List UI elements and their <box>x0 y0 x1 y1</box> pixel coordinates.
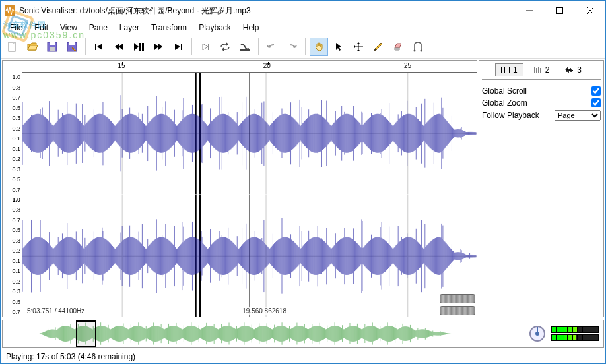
save-icon <box>46 41 58 53</box>
close-button[interactable] <box>575 1 605 20</box>
layer-tabs: 1 2 3 <box>482 63 601 80</box>
svg-rect-24 <box>208 44 209 50</box>
minimize-icon <box>526 7 533 14</box>
save-button[interactable] <box>43 38 61 56</box>
overview-window[interactable] <box>76 320 97 347</box>
prop-global-zoom: Global Zoom <box>482 97 601 109</box>
close-icon <box>587 7 593 14</box>
redo-icon <box>286 42 298 52</box>
global-zoom-checkbox[interactable] <box>591 98 601 107</box>
svg-rect-12 <box>95 44 96 50</box>
menu-layer[interactable]: Layer <box>114 21 145 34</box>
undo-icon <box>266 42 278 52</box>
skip-start-icon <box>94 42 104 52</box>
time-axis: 15 20 25 <box>22 61 477 73</box>
redo-button[interactable] <box>283 38 301 56</box>
waveform-pane-1: 1.00.80.70.50.30.20.10.10.20.30.50.7 <box>3 73 477 195</box>
properties-panel: 1 2 3 Global Scroll Global Zoom Follow P… <box>479 60 604 317</box>
eraser-icon <box>393 42 403 52</box>
level-meter-left <box>551 326 599 333</box>
svg-point-29 <box>414 49 416 51</box>
svg-rect-45 <box>501 67 504 73</box>
constrain-button[interactable] <box>236 38 254 56</box>
prop-follow-playback: Follow Playback Page <box>482 109 601 122</box>
separator <box>85 38 86 55</box>
separator <box>258 38 259 55</box>
menu-playback[interactable]: Playback <box>193 21 236 34</box>
playback-dial[interactable] <box>528 324 547 343</box>
menu-edit[interactable]: Edit <box>29 21 53 34</box>
ruler-icon <box>533 67 543 73</box>
svg-rect-17 <box>139 43 141 51</box>
global-scroll-checkbox[interactable] <box>591 86 601 96</box>
skip-end-icon <box>173 42 184 52</box>
svg-rect-8 <box>50 42 55 46</box>
svg-rect-46 <box>506 67 509 73</box>
draw-tool-button[interactable] <box>369 38 387 56</box>
menubar: File Edit View Pane Layer Transform Play… <box>1 20 605 35</box>
waveform-view[interactable]: 15 20 25 1.00.80.70.50.30.20.10.10.20.30… <box>2 60 477 317</box>
overview-pane[interactable] <box>2 320 604 348</box>
svg-marker-21 <box>175 44 180 50</box>
minimize-button[interactable] <box>514 1 545 20</box>
record-icon <box>200 42 211 52</box>
horizontal-zoom-wheel[interactable] <box>440 306 475 315</box>
y-axis: 1.00.80.70.50.30.20.10.10.20.30.50.7 <box>3 73 22 195</box>
svg-marker-23 <box>203 44 208 50</box>
move-tool-button[interactable] <box>349 38 368 56</box>
titlebar: Sonic Visualiser: d:/tools/桌面/河东软件园/Beyo… <box>1 1 605 20</box>
skip-start-button[interactable] <box>90 38 108 56</box>
menu-help[interactable]: Help <box>238 21 265 34</box>
skip-end-button[interactable] <box>169 38 187 56</box>
waveform-canvas-2[interactable]: 5:03.751 / 44100Hz 19.560 862618 <box>22 195 477 317</box>
fast-forward-button[interactable] <box>149 38 168 56</box>
svg-marker-15 <box>119 44 123 50</box>
rewind-icon <box>114 42 124 52</box>
play-pause-button[interactable] <box>129 38 148 56</box>
maximize-icon <box>556 7 563 14</box>
svg-marker-20 <box>158 44 162 50</box>
tab-pane[interactable]: 1 <box>495 63 523 76</box>
svg-rect-9 <box>50 47 55 51</box>
y-axis: 1.00.80.70.50.30.20.10.10.20.30.50.7 <box>3 195 22 317</box>
erase-tool-button[interactable] <box>389 38 407 56</box>
hand-tool-button[interactable] <box>310 38 328 56</box>
separator <box>191 38 192 55</box>
loop-icon <box>219 42 231 52</box>
pointer-tool-button[interactable] <box>329 38 348 56</box>
menu-pane[interactable]: Pane <box>84 21 113 34</box>
tab-ruler[interactable]: 2 <box>527 63 556 76</box>
overview-controls <box>524 324 603 343</box>
loop-button[interactable] <box>216 38 234 56</box>
menu-transform[interactable]: Transform <box>146 21 192 34</box>
pane-icon <box>501 67 510 73</box>
svg-marker-19 <box>154 44 158 50</box>
svg-marker-14 <box>115 44 119 50</box>
vertical-zoom-wheel[interactable] <box>440 294 475 303</box>
play-pause-icon <box>133 42 145 52</box>
menu-view[interactable]: View <box>55 21 83 34</box>
svg-marker-13 <box>97 44 102 50</box>
open-folder-icon <box>26 41 38 53</box>
time-tick: 25 <box>404 62 411 69</box>
toolbar <box>1 35 605 59</box>
undo-button[interactable] <box>263 38 281 56</box>
record-button[interactable] <box>196 38 215 56</box>
prop-global-scroll: Global Scroll <box>482 85 601 97</box>
svg-rect-18 <box>142 43 144 51</box>
hand-icon <box>314 42 324 52</box>
svg-rect-11 <box>69 42 75 46</box>
follow-playback-select[interactable]: Page <box>555 110 601 121</box>
waveform-pane-2: 1.00.80.70.50.30.20.10.10.20.30.50.7 5:0… <box>3 195 477 317</box>
overview-waveform[interactable] <box>3 320 524 347</box>
save-as-button[interactable] <box>63 38 81 56</box>
info-position: 19.560 862618 <box>240 307 288 315</box>
measure-tool-button[interactable] <box>409 38 427 56</box>
waveform-canvas-1[interactable] <box>22 73 477 195</box>
measure-icon <box>412 42 424 52</box>
svg-marker-16 <box>134 43 139 51</box>
maximize-button[interactable] <box>545 1 575 20</box>
svg-rect-22 <box>181 44 182 50</box>
tab-waveform[interactable]: 3 <box>559 63 588 76</box>
rewind-button[interactable] <box>110 38 128 56</box>
